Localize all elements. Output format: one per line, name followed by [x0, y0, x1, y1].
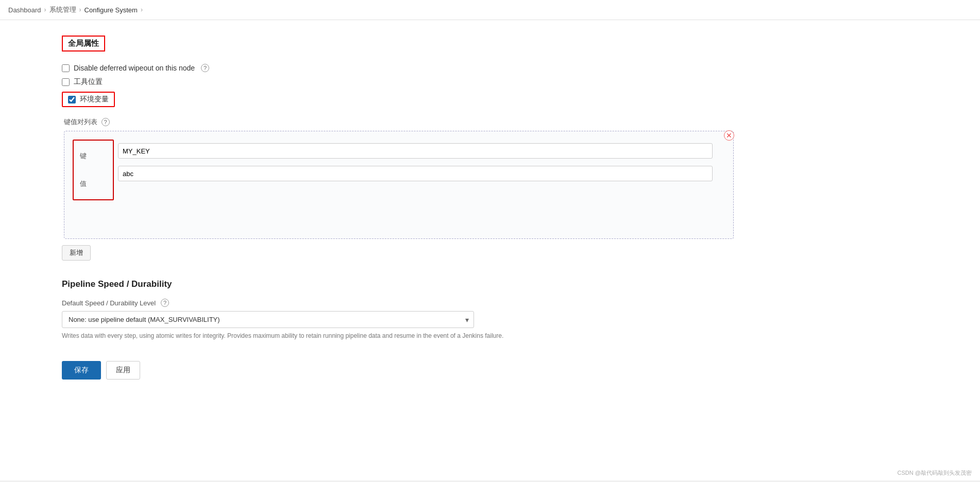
kv-key-input[interactable] — [118, 143, 713, 159]
section-title: 全局属性 — [62, 36, 105, 51]
env-vars-checkbox[interactable] — [68, 96, 76, 104]
kv-key-label: 键 — [80, 145, 107, 167]
breadcrumb-current: Configure System — [85, 6, 138, 14]
pipeline-help-icon[interactable]: ? — [161, 299, 169, 307]
tool-location-checkbox[interactable] — [62, 78, 70, 86]
breadcrumb-sep-1: › — [44, 6, 46, 13]
kv-list-label: 键值对列表 ? — [64, 117, 959, 127]
disable-wipeout-label: Disable deferred wipeout on this node — [74, 64, 195, 72]
breadcrumb-dashboard[interactable]: Dashboard — [8, 6, 41, 14]
watermark: CSDN @敲代码敲到头发茂密 — [898, 469, 972, 477]
main-content: 全局属性 Disable deferred wipeout on this no… — [0, 20, 980, 480]
footer-buttons: 保存 应用 — [62, 361, 959, 390]
disable-wipeout-row: Disable deferred wipeout on this node ? — [62, 64, 959, 72]
disable-wipeout-help-icon[interactable]: ? — [201, 64, 209, 72]
breadcrumb-sep-2: › — [79, 6, 81, 13]
breadcrumb-sep-3: › — [141, 6, 143, 13]
kv-value-label: 值 — [80, 173, 107, 195]
kv-value-input[interactable] — [118, 166, 713, 181]
kv-list-help-icon[interactable]: ? — [102, 118, 110, 126]
env-vars-label: 环境变量 — [80, 95, 109, 104]
kv-inputs-col — [114, 140, 713, 200]
kv-labels-col: 键 值 — [73, 140, 114, 200]
env-vars-row: 环境变量 — [62, 92, 115, 107]
kv-key-input-row — [114, 140, 713, 162]
pipeline-field-label: Default Speed / Durability Level ? — [62, 299, 959, 307]
tool-location-label: 工具位置 — [74, 77, 103, 87]
pipeline-section: Pipeline Speed / Durability Default Spee… — [62, 279, 959, 340]
pipeline-title: Pipeline Speed / Durability — [62, 279, 959, 289]
disable-wipeout-checkbox[interactable] — [62, 64, 70, 72]
apply-button[interactable]: 应用 — [106, 361, 140, 380]
pipeline-select-wrapper: None: use pipeline default (MAX_SURVIVAB… — [62, 311, 474, 328]
kv-container: ✕ 键 值 — [64, 131, 734, 239]
kv-entry: 键 值 — [73, 140, 713, 200]
tool-location-row: 工具位置 — [62, 77, 959, 87]
kv-value-input-row — [114, 162, 713, 185]
pipeline-select[interactable]: None: use pipeline default (MAX_SURVIVAB… — [62, 311, 474, 328]
save-button[interactable]: 保存 — [62, 361, 101, 380]
breadcrumb: Dashboard › 系统管理 › Configure System › — [0, 0, 980, 20]
add-kv-button[interactable]: 新增 — [62, 245, 91, 261]
breadcrumb-sys-admin[interactable]: 系统管理 — [49, 5, 76, 14]
kv-delete-button[interactable]: ✕ — [724, 130, 734, 141]
pipeline-hint: Writes data with every step, using atomi… — [62, 331, 526, 340]
